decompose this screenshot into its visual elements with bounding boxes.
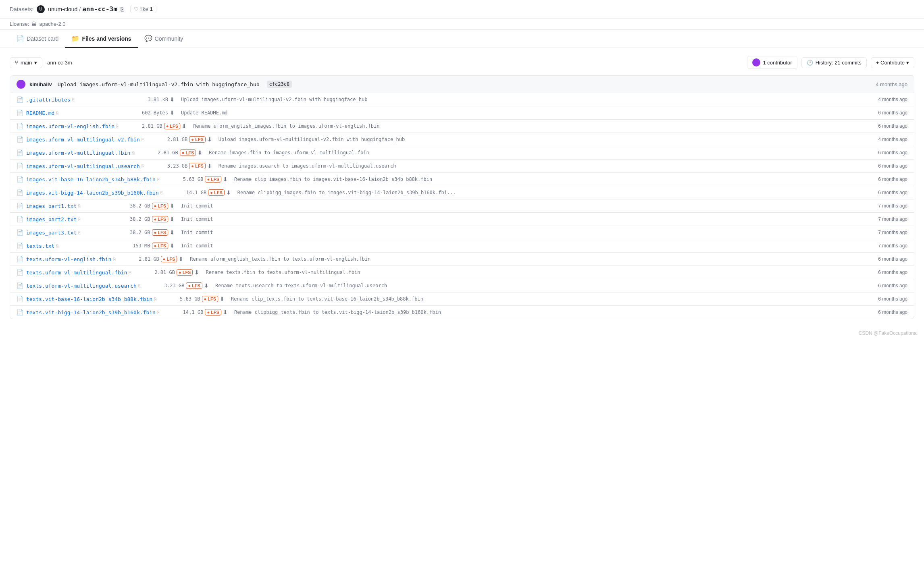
- download-icon[interactable]: ⬇: [170, 110, 175, 116]
- file-name[interactable]: images_part1.txt⎘: [26, 203, 107, 209]
- file-commit-message: Rename clip_texts.fbin to texts.vit-base…: [231, 296, 856, 302]
- file-commit-message: Update README.md: [181, 110, 856, 116]
- copy-small-icon[interactable]: ⎘: [78, 230, 81, 235]
- copy-small-icon[interactable]: ⎘: [157, 177, 160, 182]
- download-icon[interactable]: ⬇: [226, 189, 231, 196]
- file-name-link[interactable]: images.uform-vl-multilingual.fbin: [26, 150, 130, 156]
- history-button[interactable]: 🕐 History: 21 commits: [801, 57, 867, 68]
- file-name-link[interactable]: .gitattributes: [26, 97, 71, 103]
- file-time: 4 months ago: [859, 97, 907, 102]
- tab-dataset-card[interactable]: 📄 Dataset card: [10, 30, 65, 48]
- like-button[interactable]: ♡ like 1: [130, 5, 156, 13]
- copy-small-icon[interactable]: ⎘: [116, 124, 119, 129]
- file-name[interactable]: images_part3.txt⎘: [26, 230, 107, 236]
- file-name-link[interactable]: images_part3.txt: [26, 230, 77, 236]
- file-name-link[interactable]: texts.uform-vl-multilingual.usearch: [26, 283, 137, 289]
- lfs-badge: ● LFS: [189, 163, 205, 169]
- file-commit-message: Rename uform_english_texts.fbin to texts…: [190, 256, 856, 262]
- copy-small-icon[interactable]: ⎘: [56, 110, 59, 116]
- file-name[interactable]: images.uform-vl-multilingual-v2.fbin⎘: [26, 137, 144, 143]
- commit-hash[interactable]: cfc23c8: [267, 81, 292, 88]
- file-name[interactable]: images.uform-vl-english.fbin⎘: [26, 123, 119, 129]
- file-name-link[interactable]: texts.vit-base-16-laion2b_s34b_b88k.fbin: [26, 296, 152, 302]
- download-icon[interactable]: ⬇: [204, 282, 209, 289]
- copy-small-icon[interactable]: ⎘: [157, 310, 160, 315]
- file-name-link[interactable]: texts.vit-bigg-14-laion2b_s39b_b160k.fbi…: [26, 309, 156, 315]
- copy-icon[interactable]: ⎘: [121, 6, 124, 12]
- copy-small-icon[interactable]: ⎘: [142, 137, 144, 142]
- download-icon[interactable]: ⬇: [170, 229, 175, 236]
- contribute-button[interactable]: + Contribute ▾: [871, 57, 914, 68]
- file-name-link[interactable]: texts.txt: [26, 243, 54, 249]
- table-row: 📄texts.uform-vl-multilingual.fbin⎘2.81 G…: [10, 266, 914, 279]
- file-name-link[interactable]: images_part2.txt: [26, 216, 77, 222]
- file-name-link[interactable]: images.vit-base-16-laion2b_s34b_b88k.fbi…: [26, 176, 156, 183]
- download-icon[interactable]: ⬇: [170, 243, 175, 249]
- copy-small-icon[interactable]: ⎘: [72, 97, 75, 102]
- table-row: 📄images.vit-bigg-14-laion2b_s39b_b160k.f…: [10, 186, 914, 199]
- copy-small-icon[interactable]: ⎘: [132, 150, 135, 156]
- table-row: 📄images.vit-base-16-laion2b_s34b_b88k.fb…: [10, 173, 914, 186]
- file-name[interactable]: images_part2.txt⎘: [26, 216, 107, 222]
- table-row: 📄images.uform-vl-multilingual.usearch⎘3.…: [10, 160, 914, 173]
- commit-user[interactable]: kimihailv: [29, 81, 52, 87]
- tab-community[interactable]: 💬 Community: [138, 30, 190, 48]
- download-icon[interactable]: ⬇: [207, 163, 212, 169]
- file-name-link[interactable]: texts.uform-vl-multilingual.fbin: [26, 270, 127, 276]
- file-name[interactable]: texts.uform-vl-multilingual.usearch⎘: [26, 283, 141, 289]
- copy-small-icon[interactable]: ⎘: [138, 283, 141, 288]
- copy-small-icon[interactable]: ⎘: [129, 270, 131, 275]
- download-icon[interactable]: ⬇: [207, 136, 212, 143]
- copy-small-icon[interactable]: ⎘: [78, 203, 81, 209]
- download-icon[interactable]: ⬇: [223, 309, 228, 315]
- download-icon[interactable]: ⬇: [182, 123, 187, 129]
- file-name-link[interactable]: images.uform-vl-multilingual-v2.fbin: [26, 137, 140, 143]
- file-name[interactable]: texts.vit-base-16-laion2b_s34b_b88k.fbin…: [26, 296, 157, 302]
- file-commit-message: Init commit: [181, 203, 856, 209]
- file-name[interactable]: images.uform-vl-multilingual.fbin⎘: [26, 150, 135, 156]
- copy-small-icon[interactable]: ⎘: [160, 190, 163, 195]
- file-name[interactable]: .gitattributes⎘: [26, 97, 107, 103]
- file-name[interactable]: images.vit-base-16-laion2b_s34b_b88k.fbi…: [26, 176, 160, 183]
- file-name[interactable]: texts.uform-vl-multilingual.fbin⎘: [26, 270, 131, 276]
- download-icon[interactable]: ⬇: [194, 269, 199, 276]
- download-icon[interactable]: ⬇: [198, 149, 202, 156]
- size-download-group: 3.23 GB● LFS⬇: [148, 163, 212, 169]
- file-name[interactable]: images.uform-vl-multilingual.usearch⎘: [26, 163, 144, 169]
- download-icon[interactable]: ⬇: [179, 256, 183, 262]
- file-name[interactable]: texts.uform-vl-english.fbin⎘: [26, 256, 116, 262]
- copy-small-icon[interactable]: ⎘: [154, 297, 157, 302]
- file-name-link[interactable]: README.md: [26, 110, 54, 116]
- file-name[interactable]: texts.vit-bigg-14-laion2b_s39b_b160k.fbi…: [26, 309, 160, 315]
- table-row: 📄images.uform-vl-multilingual.fbin⎘2.81 …: [10, 146, 914, 160]
- copy-small-icon[interactable]: ⎘: [78, 217, 81, 222]
- copy-small-icon[interactable]: ⎘: [142, 164, 144, 169]
- file-name[interactable]: images.vit-bigg-14-laion2b_s39b_b160k.fb…: [26, 190, 163, 196]
- file-name[interactable]: texts.txt⎘: [26, 243, 107, 249]
- commit-user-avatar: [17, 80, 25, 89]
- file-name-link[interactable]: images.vit-bigg-14-laion2b_s39b_b160k.fb…: [26, 190, 159, 196]
- download-icon[interactable]: ⬇: [223, 176, 228, 183]
- repo-name[interactable]: ann-cc-3m: [82, 5, 117, 13]
- tab-files-and-versions[interactable]: 📁 Files and versions: [65, 30, 137, 48]
- file-name-link[interactable]: texts.uform-vl-english.fbin: [26, 256, 111, 262]
- file-name-link[interactable]: images_part1.txt: [26, 203, 77, 209]
- file-name[interactable]: README.md⎘: [26, 110, 107, 116]
- contributor-button[interactable]: 1 contributor: [747, 56, 797, 69]
- repo-user[interactable]: unum-cloud: [48, 6, 77, 12]
- file-commit-message: Upload images.uform-vl-multilingual-v2.f…: [219, 137, 856, 142]
- copy-small-icon[interactable]: ⎘: [56, 243, 59, 249]
- download-icon[interactable]: ⬇: [170, 96, 175, 103]
- license-bar: License: 🏛 apache-2.0: [0, 19, 924, 30]
- file-name-link[interactable]: images.uform-vl-english.fbin: [26, 123, 114, 129]
- copy-small-icon[interactable]: ⎘: [113, 257, 116, 262]
- download-icon[interactable]: ⬇: [170, 203, 175, 209]
- branch-selector[interactable]: ⑂ main ▾: [10, 57, 42, 68]
- download-icon[interactable]: ⬇: [220, 296, 225, 302]
- table-row: 📄.gitattributes⎘3.81 kB⬇Upload images.uf…: [10, 93, 914, 106]
- download-icon[interactable]: ⬇: [170, 216, 175, 222]
- file-time: 6 months ago: [859, 309, 907, 315]
- file-name-link[interactable]: images.uform-vl-multilingual.usearch: [26, 163, 140, 169]
- file-icon: 📄: [17, 256, 23, 262]
- file-commit-message: Rename images.fbin to images.uform-vl-mu…: [209, 150, 856, 156]
